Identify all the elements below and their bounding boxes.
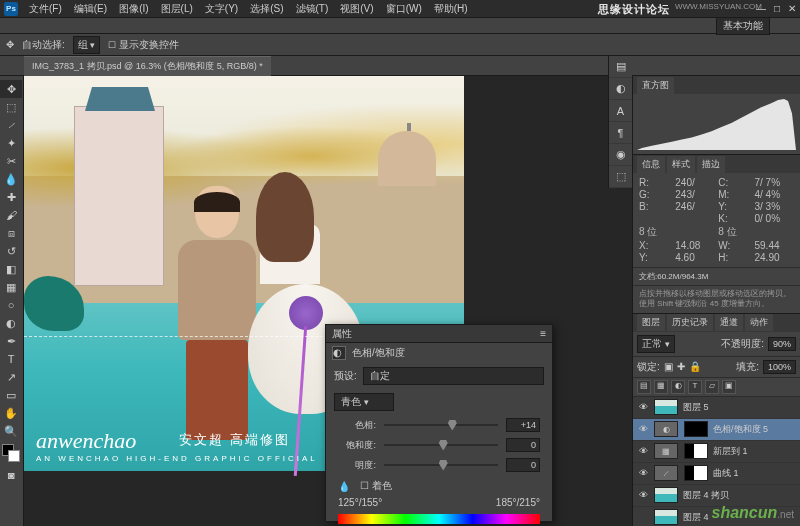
path-tool[interactable]: ↗ (0, 368, 22, 386)
gradient-tool[interactable]: ▦ (0, 278, 22, 296)
layer-filter-icons: ▤ ▦ ◐ T ▱ ▣ (633, 378, 800, 397)
hue-saturation-panel: 属性≡ ◐色相/饱和度 预设:自定 青色 ▾ 色相:+14 饱和度:0 明度:0… (325, 324, 553, 522)
layer-row[interactable]: 👁▦新层到 1 (633, 441, 800, 463)
hue-gradient-top[interactable] (338, 514, 540, 524)
filter-smart-icon[interactable]: ▣ (722, 380, 736, 394)
tool-hint: 点按并拖移以移动图层或移动选区的拷贝。使用 Shift 键强制沿 45 度增量方… (633, 285, 800, 313)
color-swatches[interactable] (0, 444, 22, 466)
lig-slider[interactable] (384, 459, 498, 471)
menu-view[interactable]: 视图(V) (335, 0, 378, 18)
sat-slider[interactable] (384, 439, 498, 451)
lasso-tool[interactable]: ⟋ (0, 116, 22, 134)
app-logo: Ps (4, 2, 18, 16)
colorize-checkbox[interactable]: ☐ 着色 (360, 479, 392, 493)
crop-tool[interactable]: ✂ (0, 152, 22, 170)
collapsed-icon-5[interactable]: ◉ (609, 144, 632, 166)
menu-image[interactable]: 图像(I) (114, 0, 153, 18)
zoom-tool[interactable]: 🔍 (0, 422, 22, 440)
move-tool-icon: ✥ (6, 39, 14, 50)
type-tool[interactable]: T (0, 350, 22, 368)
filter-kind-icon[interactable]: ▤ (637, 380, 651, 394)
menu-help[interactable]: 帮助(H) (429, 0, 473, 18)
dodge-tool[interactable]: ◐ (0, 314, 22, 332)
layer-row[interactable]: 👁◐色相/饱和度 5 (633, 419, 800, 441)
brush-tool[interactable]: 🖌 (0, 206, 22, 224)
visibility-icon[interactable]: 👁 (635, 424, 651, 434)
move-tool[interactable]: ✥ (0, 80, 22, 98)
eyedropper-icon[interactable]: 💧 (338, 481, 350, 492)
menu-edit[interactable]: 编辑(E) (69, 0, 112, 18)
hue-slider[interactable] (384, 419, 498, 431)
filter-shape-icon[interactable]: ▱ (705, 380, 719, 394)
stroke-tab[interactable]: 描边 (697, 156, 725, 173)
close-icon[interactable]: ✕ (788, 3, 796, 14)
heal-tool[interactable]: ✚ (0, 188, 22, 206)
canvas[interactable]: anwenchao AN WENCHAO HIGH-END GRAPHIC OF… (24, 76, 632, 526)
menu-window[interactable]: 窗口(W) (381, 0, 427, 18)
collapsed-icon-4[interactable]: ¶ (609, 122, 632, 144)
filter-adj-icon[interactable]: ◐ (671, 380, 685, 394)
history-tab[interactable]: 历史记录 (667, 314, 713, 331)
blend-mode-dropdown[interactable]: 正常 ▾ (637, 335, 675, 353)
menu-layer[interactable]: 图层(L) (156, 0, 198, 18)
lock-position-icon[interactable]: ✚ (677, 361, 685, 372)
preset-dropdown[interactable]: 自定 (363, 367, 544, 385)
menu-select[interactable]: 选择(S) (245, 0, 288, 18)
styles-tab[interactable]: 样式 (667, 156, 695, 173)
basic-functions-button[interactable]: 基本功能 (716, 17, 770, 35)
eyedropper-tool[interactable]: 💧 (0, 170, 22, 188)
visibility-icon[interactable]: 👁 (635, 490, 651, 500)
channels-tab[interactable]: 通道 (715, 314, 743, 331)
histogram-tab[interactable]: 直方图 (637, 77, 674, 94)
info-readout: R:240/C:7/ 7% G:243/M:4/ 4% B:246/Y:3/ 3… (633, 173, 800, 267)
visibility-icon[interactable]: 👁 (635, 402, 651, 412)
eraser-tool[interactable]: ◧ (0, 260, 22, 278)
fill-label: 填充: (736, 360, 759, 374)
fill-value[interactable]: 100% (763, 360, 796, 374)
lig-value[interactable]: 0 (506, 458, 540, 472)
actions-tab[interactable]: 动作 (745, 314, 773, 331)
visibility-icon[interactable]: 👁 (635, 446, 651, 456)
show-transform-checkbox[interactable]: ☐ 显示变换控件 (108, 38, 179, 52)
auto-select-mode[interactable]: 组 ▾ (73, 36, 101, 54)
collapsed-icon-2[interactable]: ◐ (609, 78, 632, 100)
hue-value[interactable]: +14 (506, 418, 540, 432)
options-bar: ✥ 自动选择: 组 ▾ ☐ 显示变换控件 (0, 34, 800, 56)
lig-label: 明度: (338, 459, 376, 472)
wand-tool[interactable]: ✦ (0, 134, 22, 152)
hand-tool[interactable]: ✋ (0, 404, 22, 422)
layer-row[interactable]: 👁图层 5 (633, 397, 800, 419)
marquee-tool[interactable]: ⬚ (0, 98, 22, 116)
filter-pixel-icon[interactable]: ▦ (654, 380, 668, 394)
info-tab[interactable]: 信息 (637, 156, 665, 173)
filter-type-icon[interactable]: T (688, 380, 702, 394)
collapsed-icon-1[interactable]: ▤ (609, 56, 632, 78)
opacity-value[interactable]: 90% (768, 337, 796, 351)
menu-filter[interactable]: 滤镜(T) (291, 0, 334, 18)
channel-dropdown[interactable]: 青色 ▾ (334, 393, 394, 411)
menu-type[interactable]: 文字(Y) (200, 0, 243, 18)
hue-sat-title: 色相/饱和度 (352, 346, 405, 360)
collapsed-icon-6[interactable]: ⬚ (609, 166, 632, 188)
layers-tab[interactable]: 图层 (637, 314, 665, 331)
layer-row[interactable]: 👁⟋曲线 1 (633, 463, 800, 485)
history-brush-tool[interactable]: ↺ (0, 242, 22, 260)
panel-menu-icon[interactable]: ≡ (540, 328, 546, 339)
shape-tool[interactable]: ▭ (0, 386, 22, 404)
document-tab[interactable]: IMG_3783_1 拷贝.psd @ 16.3% (色相/饱和度 5, RGB… (24, 56, 271, 76)
pen-tool[interactable]: ✒ (0, 332, 22, 350)
maximize-icon[interactable]: □ (774, 3, 780, 14)
lock-all-icon[interactable]: 🔒 (689, 361, 701, 372)
brand-url: WWW.MISSYUAN.COM (675, 2, 762, 11)
collapsed-icon-3[interactable]: A (609, 100, 632, 122)
stamp-tool[interactable]: ⧇ (0, 224, 22, 242)
lock-pixels-icon[interactable]: ▣ (664, 361, 673, 372)
properties-tab[interactable]: 属性 (332, 327, 352, 341)
menu-file[interactable]: 文件(F) (24, 0, 67, 18)
sat-value[interactable]: 0 (506, 438, 540, 452)
visibility-icon[interactable]: 👁 (635, 468, 651, 478)
background-swatch[interactable] (8, 450, 20, 462)
toolbox: ✥ ⬚ ⟋ ✦ ✂ 💧 ✚ 🖌 ⧇ ↺ ◧ ▦ ○ ◐ ✒ T ↗ ▭ ✋ 🔍 … (0, 76, 24, 526)
blur-tool[interactable]: ○ (0, 296, 22, 314)
quickmask-tool[interactable]: ◙ (0, 466, 22, 484)
